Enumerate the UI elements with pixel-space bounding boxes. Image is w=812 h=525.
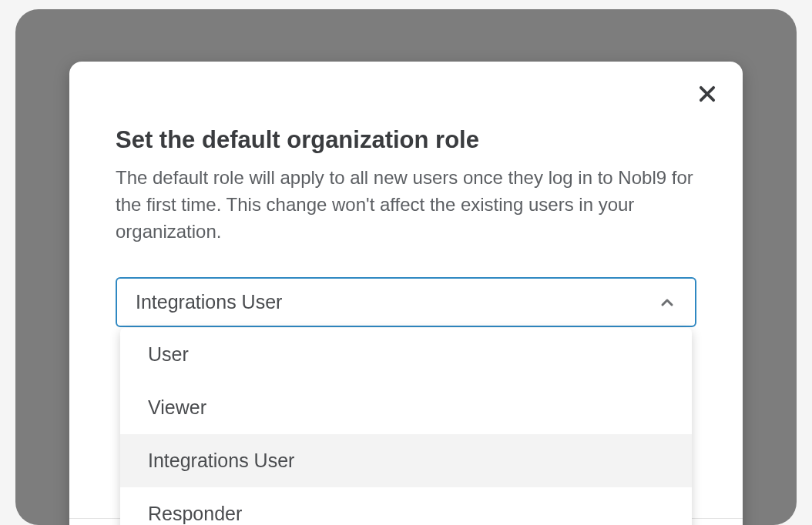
role-select[interactable]: Integrations User User Viewer Integratio… (116, 277, 696, 327)
chevron-up-icon (658, 293, 676, 312)
modal-title: Set the default organization role (116, 126, 696, 154)
selected-value: Integrations User (136, 291, 282, 313)
role-dropdown: User Viewer Integrations User Responder (120, 328, 692, 525)
dropdown-option[interactable]: User (120, 328, 692, 381)
set-default-role-modal: Set the default organization role The de… (69, 62, 743, 525)
close-button[interactable] (693, 80, 721, 108)
modal-description: The default role will apply to all new u… (116, 165, 696, 245)
dropdown-option[interactable]: Viewer (120, 381, 692, 434)
dropdown-option[interactable]: Integrations User (120, 434, 692, 487)
dropdown-option[interactable]: Responder (120, 487, 692, 525)
close-icon (696, 83, 718, 105)
